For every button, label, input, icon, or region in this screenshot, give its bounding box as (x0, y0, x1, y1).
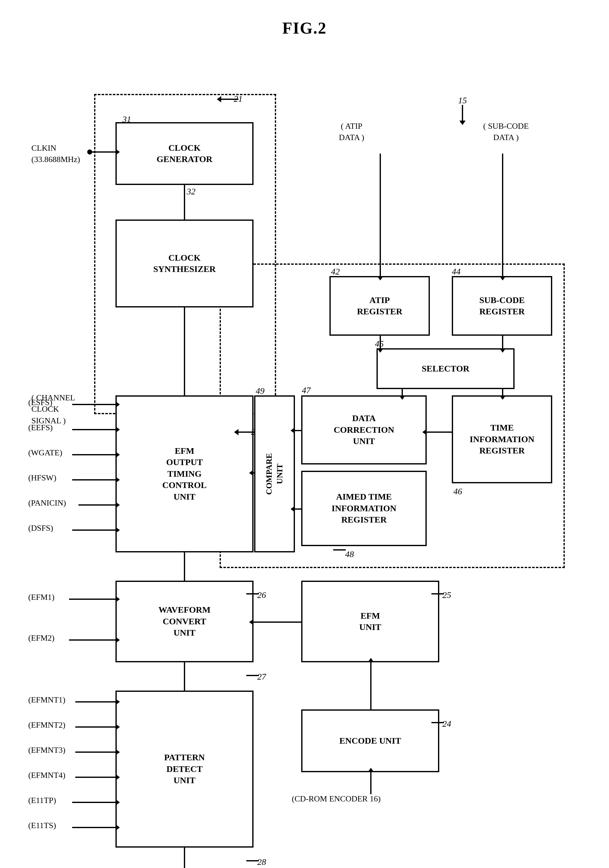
arrow-24 (431, 722, 444, 723)
arrow-48 (333, 549, 346, 550)
ref-47: 47 (302, 385, 311, 395)
arrow-efmnt4 (75, 777, 116, 778)
atip-register-box: ATIP REGISTER (329, 276, 430, 336)
arrow-efmnt3 (75, 752, 116, 753)
arrow-efmnt2 (75, 726, 116, 728)
arrow-sel-dc (402, 389, 403, 395)
hfsw-label: (HFSW) (28, 473, 56, 483)
arrow-atip-sel (380, 336, 381, 348)
eefs-label: (EEFS) (28, 423, 53, 432)
cdrom-encoder-label: (CD-ROM ENCODER 16) (292, 794, 380, 804)
ref-46: 46 (453, 487, 462, 496)
arrow-e11ts (72, 827, 116, 828)
arrow-efm2 (69, 639, 116, 641)
clkin-label: CLKIN(33.8688MHz) (31, 143, 80, 166)
ref-42: 42 (331, 267, 340, 277)
arrow-27 (246, 675, 259, 676)
ref-24: 24 (442, 719, 451, 729)
clock-synthesizer-label: CLOCK SYNTHESIZER (153, 252, 216, 275)
arrow-wgate (72, 454, 116, 455)
arrow-26 (246, 593, 259, 594)
ref-44: 44 (452, 267, 461, 277)
ref-31: 31 (122, 114, 131, 124)
atip-data-label: ( ATIPDATA ) (339, 121, 364, 144)
pattern-detect-box: PATTERN DETECT UNIT (116, 691, 253, 848)
time-info-label: TIME INFORMATION REGISTER (470, 422, 534, 456)
data-correction-box: DATA CORRECTION UNIT (301, 395, 427, 465)
compare-unit-box: COMPARE UNIT (254, 395, 295, 552)
clock-generator-box: CLOCK GENERATOR (116, 122, 253, 185)
efmnt3-label: (EFMNT3) (28, 746, 65, 755)
arrow-cdrom (370, 772, 371, 794)
arrow-dc-compare (295, 430, 301, 431)
dsfs-label: (DSFS) (28, 524, 53, 533)
diagram: 21 23 15 CLOCK GENERATOR 31 32 CLOCK SYN… (0, 50, 609, 868)
arrow-gen-synth (184, 185, 185, 220)
time-info-register-box: TIME INFORMATION REGISTER (452, 395, 552, 483)
efm1-label: (EFM1) (28, 592, 55, 602)
aimed-time-label: AIMED TIME INFORMATION REGISTER (332, 491, 396, 525)
arrow-25 (431, 593, 444, 594)
arrow-timeinfo-dc (427, 431, 452, 433)
clock-synthesizer-box: CLOCK SYNTHESIZER (116, 220, 253, 307)
arrow-pat-sample (184, 848, 185, 868)
efmnt4-label: (EFMNT4) (28, 770, 65, 780)
channel-clock-label: ( CHANNELCLOCKSIGNAL ) (31, 392, 75, 426)
arrow-e11tp (72, 802, 116, 803)
ref-32: 32 (187, 186, 195, 197)
panicin-label: (PANICIN) (28, 498, 66, 508)
e11ts-label: (E11TS) (28, 821, 56, 830)
arrow-clkin (92, 151, 116, 153)
efm-unit-label: EFM UNIT (359, 610, 381, 633)
selector-box: SELECTOR (377, 348, 515, 389)
encode-unit-box: ENCODE UNIT (301, 710, 439, 772)
waveform-convert-box: WAVEFORM CONVERT UNIT (116, 581, 253, 662)
arrow-sel-timeinfo (502, 389, 503, 395)
arrow-efm-wave (184, 552, 185, 581)
arrow-efmnt1 (75, 701, 116, 702)
arrow-eefs (72, 429, 116, 430)
encode-unit-label: ENCODE UNIT (340, 735, 401, 747)
page-title: FIG.2 (0, 0, 609, 50)
arrow-atip-reg (380, 153, 381, 276)
arrow-subcode-sel (502, 336, 503, 348)
efm-output-timing-label: EFM OUTPUT TIMING CONTROL UNIT (162, 445, 207, 502)
efm-unit-box: EFM UNIT (301, 581, 439, 662)
ref-48: 48 (345, 549, 354, 559)
arrow-panicin (79, 504, 116, 505)
arrow-hfsw (72, 479, 116, 480)
arrow-15 (462, 105, 463, 121)
arrow-efm1 (69, 598, 116, 600)
efmnt1-label: (EFMNT1) (28, 695, 65, 705)
clock-generator-label: CLOCK GENERATOR (156, 142, 212, 165)
ref-26: 26 (257, 590, 266, 600)
compare-unit-label: COMPARE UNIT (264, 453, 285, 494)
arrow-efmu-wave (253, 622, 301, 623)
e11tp-label: (E11TP) (28, 796, 56, 805)
arrow-28 (246, 860, 259, 862)
arrow-at-compare (295, 508, 301, 510)
ref-49: 49 (256, 386, 264, 396)
arrow-subcode-reg (502, 153, 503, 276)
data-correction-label: DATA CORRECTION UNIT (334, 413, 394, 447)
ref-27: 27 (257, 672, 266, 682)
selector-label: SELECTOR (422, 363, 469, 374)
arrow-21 (221, 99, 238, 100)
arrow-wave-pat (184, 662, 185, 691)
arrow-synth-efm (184, 307, 185, 395)
esfs-label: (ESFS) (28, 398, 53, 407)
subcode-register-box: SUB-CODE REGISTER (452, 276, 552, 336)
aimed-time-box: AIMED TIME INFORMATION REGISTER (301, 471, 427, 546)
arrow-22 (238, 431, 254, 433)
ref-25: 25 (442, 590, 451, 600)
subcode-register-label: SUB-CODE REGISTER (479, 294, 525, 318)
waveform-convert-label: WAVEFORM CONVERT UNIT (158, 604, 210, 639)
subcode-data-label: ( SUB-CODEDATA ) (483, 121, 529, 144)
efm-output-timing-box: EFM OUTPUT TIMING CONTROL UNIT (116, 395, 253, 552)
pattern-detect-label: PATTERN DETECT UNIT (164, 752, 205, 786)
clkin-dot (87, 149, 92, 155)
efmnt2-label: (EFMNT2) (28, 721, 65, 730)
wgate-label: (WGATE) (28, 448, 62, 457)
atip-register-label: ATIP REGISTER (357, 294, 403, 318)
ref-28: 28 (257, 857, 266, 867)
